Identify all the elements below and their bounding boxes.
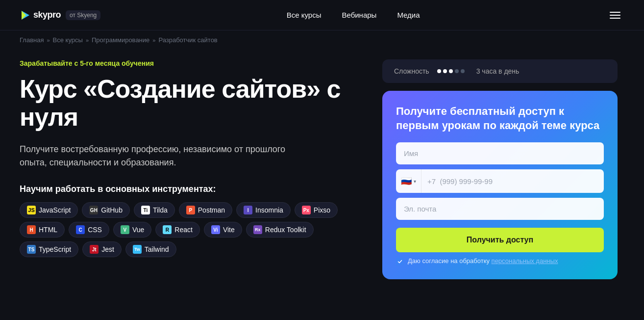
difficulty-dot-0: [437, 69, 441, 73]
tag-label: JavaScript: [39, 206, 71, 214]
tool-tag-redux-toolkit: RxRedux Toolkit: [246, 222, 314, 238]
tool-tag-insomnia: IInsomnia: [236, 202, 291, 218]
nav-all-courses[interactable]: Все курсы: [278, 7, 330, 23]
tool-tag-pixso: PxPixso: [295, 202, 338, 218]
logo[interactable]: skypro: [20, 10, 61, 21]
tag-icon: GH: [89, 206, 98, 214]
logo-icon: [20, 10, 30, 21]
breadcrumb: Главная » Все курсы » Программирование »…: [0, 30, 644, 50]
tag-label: React: [174, 226, 193, 234]
tag-icon: P: [186, 206, 195, 214]
hero-right: Сложность 3 часа в день Получите бесплат…: [382, 59, 618, 279]
tool-tag-tailwind: TwTailwind: [125, 241, 176, 257]
course-description: Получите востребованную профессию, незав…: [20, 143, 294, 169]
tag-icon: Vi: [211, 225, 220, 234]
tag-icon: V: [121, 225, 129, 234]
tag-icon: TS: [27, 245, 36, 254]
consent-static-text: Даю согласие на обработку: [408, 257, 492, 265]
tools-tags: JSJavaScriptGHGitHubTiTildaPPostmanIInso…: [20, 202, 363, 257]
breadcrumb-sep-3: »: [152, 37, 155, 43]
submit-button[interactable]: Получить доступ: [396, 228, 604, 252]
tool-tag-tilda: TiTilda: [134, 202, 175, 218]
tag-label: Tilda: [153, 206, 168, 214]
breadcrumb-all-courses[interactable]: Все курсы: [53, 36, 83, 44]
tag-icon: R: [163, 225, 172, 234]
difficulty-card: Сложность 3 часа в день: [382, 59, 618, 83]
breadcrumb-sep-1: »: [47, 37, 50, 43]
nav-media[interactable]: Медиа: [388, 7, 428, 23]
difficulty-dot-2: [449, 69, 453, 73]
tag-icon: Ti: [141, 206, 150, 214]
tag-label: Vue: [132, 226, 144, 234]
hamburger-line-1: [610, 12, 620, 13]
tool-tag-html: HHTML: [20, 222, 65, 238]
tools-heading: Научим работать в основных инструментах:: [20, 184, 363, 194]
tag-label: Postman: [198, 206, 225, 214]
tag-label: Pixso: [314, 206, 330, 214]
consent-row: Даю согласие на обработку персональных д…: [396, 257, 604, 266]
logo-text: skypro: [33, 10, 61, 20]
phone-input[interactable]: [421, 170, 604, 192]
logo-badge: от Skyeng: [66, 10, 100, 20]
tag-label: Tailwind: [145, 245, 169, 253]
name-group: [396, 142, 604, 164]
tool-tag-typescript: TSTypeScript: [20, 241, 78, 257]
nav-webinars[interactable]: Вебинары: [333, 7, 385, 23]
difficulty-dot-4: [461, 69, 465, 73]
consent-link[interactable]: персональных данных: [492, 257, 558, 265]
breadcrumb-home[interactable]: Главная: [20, 36, 44, 44]
tag-label: CSS: [88, 226, 102, 234]
breadcrumb-sep-2: »: [86, 37, 89, 43]
phone-chevron-icon: ▾: [414, 179, 416, 184]
difficulty-dot-1: [443, 69, 447, 73]
phone-flag-selector[interactable]: 🇷🇺 ▾: [396, 169, 421, 193]
tag-icon: Px: [302, 206, 311, 214]
email-input[interactable]: [396, 198, 604, 220]
tool-tag-github: GHGitHub: [82, 202, 130, 218]
promo-tag: Зарабатывайте с 5-го месяца обучения: [20, 59, 363, 67]
time-label: 3 часа в день: [476, 67, 520, 75]
tool-tag-css: CCSS: [69, 222, 109, 238]
header-nav: Все курсы Вебинары Медиа: [278, 7, 429, 23]
header-left: skypro от Skyeng: [20, 10, 100, 21]
tag-icon: Jt: [90, 245, 99, 254]
tag-icon: Rx: [253, 225, 262, 234]
name-input[interactable]: [396, 142, 604, 164]
breadcrumb-programming[interactable]: Программирование: [92, 36, 149, 44]
consent-checkbox[interactable]: [396, 258, 404, 266]
hamburger-line-3: [610, 18, 620, 19]
phone-group: 🇷🇺 ▾: [396, 169, 604, 193]
main-content: Зарабатывайте с 5-го месяца обучения Кур…: [0, 50, 644, 299]
tag-label: Vite: [223, 226, 235, 234]
tag-icon: H: [27, 225, 36, 234]
tag-icon: I: [244, 206, 252, 214]
tool-tag-vite: ViVite: [204, 222, 242, 238]
flag-emoji: 🇷🇺: [401, 176, 412, 187]
tool-tag-jest: JtJest: [82, 241, 122, 257]
hamburger-menu[interactable]: [606, 8, 624, 23]
checkmark-icon: [397, 259, 402, 264]
hero-left: Зарабатывайте с 5-го месяца обучения Кур…: [20, 59, 363, 279]
tool-tag-postman: PPostman: [179, 202, 232, 218]
hamburger-line-2: [610, 15, 620, 16]
tag-label: TypeScript: [39, 245, 71, 253]
tag-icon: Tw: [133, 245, 142, 254]
tool-tag-javascript: JSJavaScript: [20, 202, 78, 218]
tool-tag-vue: VVue: [113, 222, 151, 238]
tag-label: Redux Toolkit: [265, 226, 306, 234]
course-title: Курс «Создание сайтов» с нуля: [20, 75, 363, 131]
tag-label: Jest: [101, 245, 114, 253]
tool-tag-react: RReact: [155, 222, 200, 238]
difficulty-dot-3: [455, 69, 459, 73]
consent-text: Даю согласие на обработку персональных д…: [408, 257, 558, 265]
phone-row: 🇷🇺 ▾: [396, 169, 604, 193]
tag-label: GitHub: [101, 206, 123, 214]
breadcrumb-current: Разработчик сайтов: [158, 36, 217, 44]
tag-icon: C: [76, 225, 85, 234]
difficulty-label: Сложность: [394, 67, 429, 75]
tag-icon: JS: [27, 206, 36, 214]
tag-label: Insomnia: [255, 206, 283, 214]
form-card: Получите бесплатный доступ к первым урок…: [382, 91, 618, 279]
difficulty-row: Сложность: [394, 67, 465, 75]
header: skypro от Skyeng Все курсы Вебинары Меди…: [0, 0, 644, 30]
